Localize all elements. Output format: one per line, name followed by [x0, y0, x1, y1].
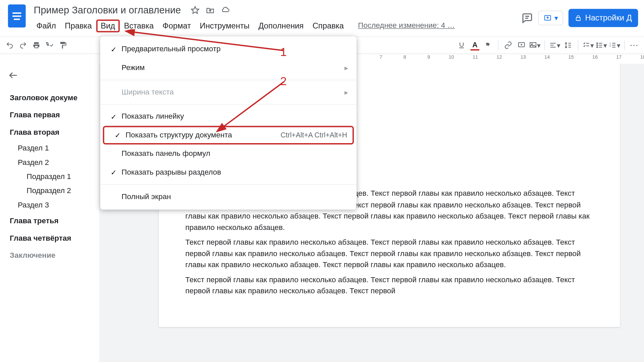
menu-item[interactable]: Показать панель форм​ул — [100, 144, 357, 163]
outline-item[interactable]: Раздел 3 — [8, 198, 100, 212]
titlebar: Пример Заголовки и оглавление ФайлПравка… — [0, 0, 644, 36]
menu-item[interactable]: ✓Показать разрывы разделов — [100, 163, 357, 182]
align-button[interactable]: ▾ — [548, 39, 561, 51]
docs-logo-icon[interactable] — [8, 4, 26, 27]
outline-item[interactable]: Раздел 2 — [8, 155, 100, 169]
present-button[interactable]: ▾ — [538, 11, 563, 25]
text-color-button[interactable]: A — [469, 39, 481, 51]
outline-item[interactable]: Глава четвёртая — [8, 229, 100, 247]
paint-format-button[interactable] — [57, 39, 69, 51]
menu-правка[interactable]: Правка — [60, 19, 96, 32]
spellcheck-button[interactable] — [44, 39, 56, 51]
redo-button[interactable] — [17, 39, 29, 51]
bulleted-list-button[interactable]: ▾ — [595, 39, 607, 51]
outline-item[interactable]: Глава третья — [8, 212, 100, 230]
svg-text:2: 2 — [609, 44, 611, 47]
checklist-button[interactable]: ▾ — [582, 39, 594, 51]
comments-icon[interactable] — [521, 12, 533, 23]
outline-item[interactable]: Раздел 1 — [8, 141, 100, 155]
paragraph: Текст первой главы как правило несколько… — [185, 274, 593, 297]
move-icon[interactable] — [206, 6, 215, 14]
back-arrow-icon[interactable] — [8, 70, 19, 83]
share-button[interactable]: Настройки Д — [568, 9, 638, 27]
outline-item[interactable]: Глава вторая — [8, 124, 100, 141]
highlight-button[interactable] — [482, 39, 494, 51]
window: Пример Заголовки и оглавление ФайлПравка… — [0, 0, 644, 362]
svg-marker-0 — [192, 6, 199, 13]
title-icons — [191, 6, 230, 14]
print-button[interactable] — [30, 39, 43, 51]
outline-item[interactable]: Подраздел 2 — [8, 184, 100, 198]
menu-item[interactable]: Режим▸ — [100, 59, 357, 77]
link-button[interactable] — [502, 39, 515, 51]
star-icon[interactable] — [191, 6, 200, 14]
comment-button[interactable] — [515, 39, 528, 51]
paragraph: Текст первой главы как правило несколько… — [185, 237, 593, 270]
top-right-actions: ▾ Настройки Д — [521, 9, 638, 27]
outline-item[interactable]: Заголовок докуме — [8, 89, 100, 107]
outline-item[interactable]: Подраздел 1 — [8, 170, 100, 184]
outline-item[interactable]: Заключение — [8, 247, 100, 264]
menu-справка[interactable]: Справка — [308, 19, 348, 32]
outline-pane: Заголовок докумеГлава перваяГлава вторая… — [0, 64, 100, 362]
svg-line-24 — [222, 81, 284, 127]
outline-item[interactable]: Глава первая — [8, 107, 100, 124]
numbered-list-button[interactable]: 12▾ — [608, 39, 621, 51]
svg-point-12 — [597, 45, 598, 46]
menu-вид[interactable]: Вид — [96, 19, 120, 32]
svg-point-11 — [597, 43, 598, 44]
annotation-arrow-2 — [215, 79, 295, 136]
annotation-arrow-1 — [124, 29, 292, 60]
line-spacing-button[interactable] — [562, 39, 574, 51]
underline-button[interactable] — [455, 39, 468, 51]
cloud-icon[interactable] — [221, 6, 229, 14]
svg-rect-4 — [576, 17, 580, 20]
menu-item[interactable]: Полный экран — [100, 187, 357, 206]
document-title[interactable]: Пример Заголовки и оглавление — [32, 4, 183, 16]
svg-line-23 — [132, 32, 284, 51]
menu-файл[interactable]: Файл — [32, 19, 60, 32]
undo-button[interactable] — [4, 39, 16, 51]
more-button[interactable]: ⋯ — [628, 39, 641, 51]
svg-point-13 — [597, 47, 598, 48]
image-button[interactable]: ▾ — [529, 39, 541, 51]
last-edit-link[interactable]: Последнее изменение: 4 … — [354, 19, 459, 32]
